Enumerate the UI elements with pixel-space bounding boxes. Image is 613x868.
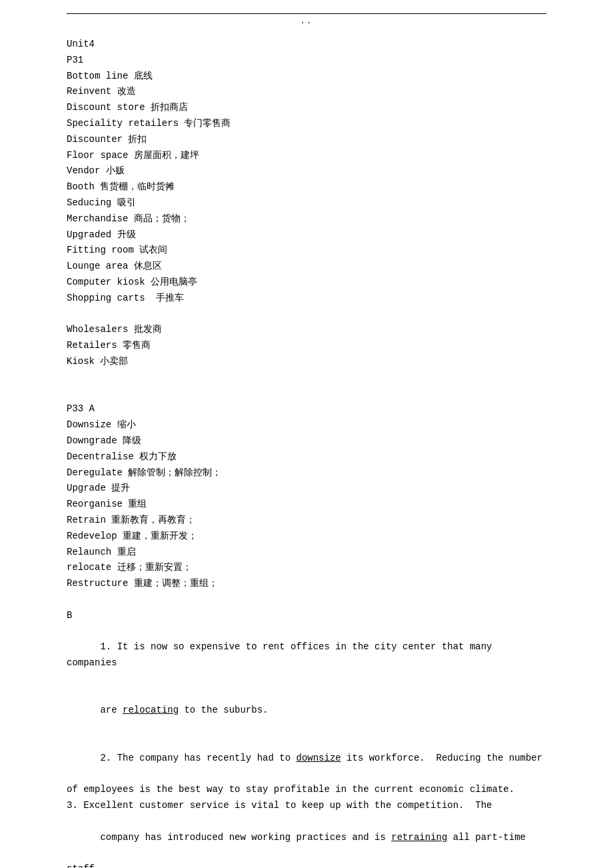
line-retrain: Retrain 重新教育，再教育；: [67, 513, 546, 529]
line-redevelop: Redevelop 重建，重新开发；: [67, 529, 546, 545]
line-speciality-retailers: Speciality retailers 专门零售商: [67, 116, 546, 132]
para1-line1: 1. It is now so expensive to rent office…: [67, 623, 546, 687]
line-fitting-room: Fitting room 试衣间: [67, 243, 546, 259]
para2-prefix: 2. The company has recently had to: [100, 753, 296, 763]
content-block: Unit4 P31 Bottom line 底线 Reinvent 改造 Dis…: [67, 37, 546, 623]
line-upgraded: Upgraded 升级: [67, 227, 546, 243]
line-deregulate: Deregulate 解除管制；解除控制；: [67, 465, 546, 481]
line-relaunch: Relaunch 重启: [67, 545, 546, 561]
line-lounge-area: Lounge area 休息区: [67, 259, 546, 275]
line-discounter: Discounter 折扣: [67, 132, 546, 148]
line-unit4: Unit4: [67, 37, 546, 53]
para2-line2: of employees is the best way to stay pro…: [67, 782, 546, 798]
line-discount-store: Discount store 折扣商店: [67, 100, 546, 116]
paragraph-1: 1. It is now so expensive to rent office…: [67, 623, 546, 735]
line-downgrade: Downgrade 降级: [67, 433, 546, 449]
top-border: [67, 13, 546, 14]
page-container: .. Unit4 P31 Bottom line 底线 Reinvent 改造 …: [0, 0, 613, 868]
para1-line2: are relocating to the suburbs.: [67, 687, 546, 735]
line-kiosk: Kiosk 小卖部: [67, 354, 546, 370]
blank-line-2: [67, 370, 546, 386]
top-dots: ..: [67, 17, 546, 26]
line-shopping-carts: Shopping carts 手推车: [67, 291, 546, 307]
para1-prefix: 1. It is now so expensive to rent office…: [67, 641, 498, 668]
line-retailers: Retailers 零售商: [67, 338, 546, 354]
line-reinvent: Reinvent 改造: [67, 84, 546, 100]
line-seducing: Seducing 吸引: [67, 195, 546, 211]
para1-middle2: to the suburbs.: [179, 705, 268, 715]
blank-line-1: [67, 307, 546, 323]
line-downsize: Downsize 缩小: [67, 417, 546, 433]
line-restructure: Restructure 重建；调整；重组；: [67, 576, 546, 592]
line-computer-kiosk: Computer kiosk 公用电脑亭: [67, 275, 546, 291]
paragraph-3: 3. Excellent customer service is vital t…: [67, 798, 546, 868]
line-bottom-line: Bottom line 底线: [67, 69, 546, 85]
para3-cont1: company has introduced new working pract…: [100, 832, 391, 843]
blank-line-3: [67, 386, 546, 402]
line-reorganise: Reorganise 重组: [67, 497, 546, 513]
line-relocate: relocate 迁移；重新安置；: [67, 560, 546, 576]
line-decentralise: Decentralise 权力下放: [67, 449, 546, 465]
paragraph-2: 2. The company has recently had to downs…: [67, 735, 546, 798]
line-booth: Booth 售货棚，临时货摊: [67, 179, 546, 195]
para2-downsize: downsize: [296, 753, 340, 763]
para2-line1: 2. The company has recently had to downs…: [67, 735, 546, 782]
para1-middle1: are: [100, 705, 123, 715]
line-floor-space: Floor space 房屋面积，建坪: [67, 148, 546, 164]
line-b-label: B: [67, 608, 546, 624]
line-upgrade: Upgrade 提升: [67, 481, 546, 497]
para3-line2: company has introduced new working pract…: [67, 814, 546, 861]
line-p33a: P33 A: [67, 401, 546, 417]
line-wholesalers: Wholesalers 批发商: [67, 322, 546, 338]
para3-line3: staff.: [67, 861, 546, 868]
line-merchandise: Merchandise 商品；货物；: [67, 211, 546, 227]
line-vendor: Vendor 小贩: [67, 163, 546, 179]
para3-retraining: retraining: [391, 832, 447, 843]
para2-middle: its workforce. Reducing the number: [341, 753, 542, 763]
para3-cont2: all part-time: [447, 832, 526, 843]
blank-line-4: [67, 592, 546, 608]
para3-line1: 3. Excellent customer service is vital t…: [67, 798, 546, 814]
para1-relocating: relocating: [123, 705, 179, 715]
line-p31: P31: [67, 53, 546, 69]
